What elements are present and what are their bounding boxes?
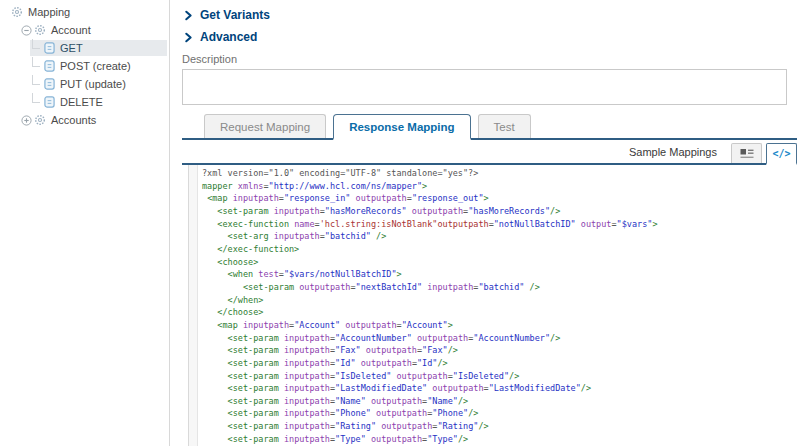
- description-input[interactable]: [182, 69, 787, 105]
- tab-bar: Request MappingResponse MappingTest: [182, 114, 797, 140]
- code-line: </choose>: [202, 306, 800, 319]
- sidebar-item-label: Accounts: [51, 114, 96, 126]
- document-icon: [44, 60, 55, 72]
- code-editor[interactable]: ?xml version="1.0" encoding="UTF-8" stan…: [188, 165, 800, 446]
- section-advanced[interactable]: Advanced: [182, 26, 800, 48]
- code-line: <set-param inputpath="hasMoreRecords" ou…: [202, 205, 800, 218]
- code-area[interactable]: ?xml version="1.0" encoding="UTF-8" stan…: [198, 165, 800, 446]
- description-label: Description: [182, 53, 800, 65]
- document-icon: [44, 78, 55, 90]
- code-line: </exec-function>: [202, 243, 800, 256]
- code-line: <choose>: [202, 256, 800, 269]
- code-line: mapper xmlns="http://www.hcl.com/ns/mapp…: [202, 180, 800, 193]
- tree-connector-line: [32, 75, 40, 85]
- main-panel: Get Variants Advanced Description Reques…: [171, 0, 800, 446]
- tab-test[interactable]: Test: [478, 114, 531, 138]
- code-line: </when>: [202, 294, 800, 307]
- section-get-variants[interactable]: Get Variants: [182, 4, 800, 26]
- view-toggle-group: </>: [731, 143, 797, 163]
- section-advanced-label: Advanced: [200, 30, 257, 44]
- sidebar-item-label: POST (create): [60, 60, 131, 72]
- code-line: <set-param inputpath="Id" outputpath="Id…: [202, 357, 800, 370]
- sample-mappings-label: Sample Mappings: [629, 146, 717, 163]
- code-line: ?xml version="1.0" encoding="UTF-8" stan…: [202, 167, 800, 180]
- gear-icon: [11, 6, 23, 18]
- code-line: <set-param inputpath="Name" outputpath="…: [202, 395, 800, 408]
- gear-icon: [34, 24, 46, 36]
- chevron-right-icon: [184, 10, 193, 21]
- code-view-icon: </>: [772, 148, 790, 159]
- tab-response-mapping[interactable]: Response Mapping: [333, 114, 470, 140]
- expand-plus-icon[interactable]: [21, 115, 32, 126]
- sidebar: MappingAccountGETPOST (create)PUT (updat…: [0, 0, 170, 446]
- code-line: <set-param inputpath="Phone" outputpath=…: [202, 407, 800, 420]
- code-line: <map inputpath="response_in" outputpath=…: [202, 192, 800, 205]
- form-view-icon: [740, 145, 754, 163]
- code-line: <when test="$vars/notNullBatchID">: [202, 268, 800, 281]
- code-line: <set-param inputpath="LastModifiedDate" …: [202, 382, 800, 395]
- chevron-right-icon: [184, 32, 193, 43]
- code-line: <set-param inputpath="IsDeleted" outputp…: [202, 370, 800, 383]
- sidebar-item-label: Mapping: [28, 6, 70, 18]
- tree-connector-line: [32, 57, 40, 67]
- code-line: <exec-function name='hcl.string:isNotBla…: [202, 218, 800, 231]
- sidebar-item-label: DELETE: [60, 96, 103, 108]
- gear-icon: [34, 114, 46, 126]
- section-get-variants-label: Get Variants: [200, 8, 270, 22]
- code-line: <map inputpath="Account" outputpath="Acc…: [202, 319, 800, 332]
- tree-connector-line: [32, 39, 40, 49]
- tab-request-mapping[interactable]: Request Mapping: [204, 114, 326, 138]
- sidebar-tree: MappingAccountGETPOST (create)PUT (updat…: [0, 3, 169, 129]
- sidebar-item-label: Account: [51, 24, 91, 36]
- code-line: <set-arg inputpath="batchid" />: [202, 230, 800, 243]
- sample-mappings-bar: Sample Mappings </>: [182, 143, 797, 165]
- sidebar-item-get[interactable]: GET: [0, 39, 169, 57]
- document-icon: [44, 96, 55, 108]
- code-line: <set-param inputpath="Rating" outputpath…: [202, 420, 800, 433]
- sidebar-item-delete[interactable]: DELETE: [0, 93, 169, 111]
- collapse-minus-icon[interactable]: [21, 25, 32, 36]
- code-line: <set-param inputpath="AccountNumber" out…: [202, 332, 800, 345]
- code-line: <set-param inputpath="Fax" outputpath="F…: [202, 344, 800, 357]
- sidebar-item-accounts[interactable]: Accounts: [0, 111, 169, 129]
- sidebar-item-label: GET: [60, 42, 83, 54]
- editor-gutter: [188, 165, 198, 446]
- sidebar-item-account[interactable]: Account: [0, 21, 169, 39]
- sidebar-item-mapping[interactable]: Mapping: [0, 3, 169, 21]
- tree-connector-line: [32, 93, 40, 103]
- code-line: <set-param outputpath="nextBatchId" inpu…: [202, 281, 800, 294]
- document-icon: [44, 42, 55, 54]
- sidebar-item-post-create[interactable]: POST (create): [0, 57, 169, 75]
- sidebar-item-put-update[interactable]: PUT (update): [0, 75, 169, 93]
- sidebar-item-label: PUT (update): [60, 78, 126, 90]
- code-line: <set-param inputpath="Type" outputpath="…: [202, 433, 800, 446]
- code-view-button[interactable]: </>: [766, 143, 797, 165]
- form-view-button[interactable]: [731, 143, 762, 163]
